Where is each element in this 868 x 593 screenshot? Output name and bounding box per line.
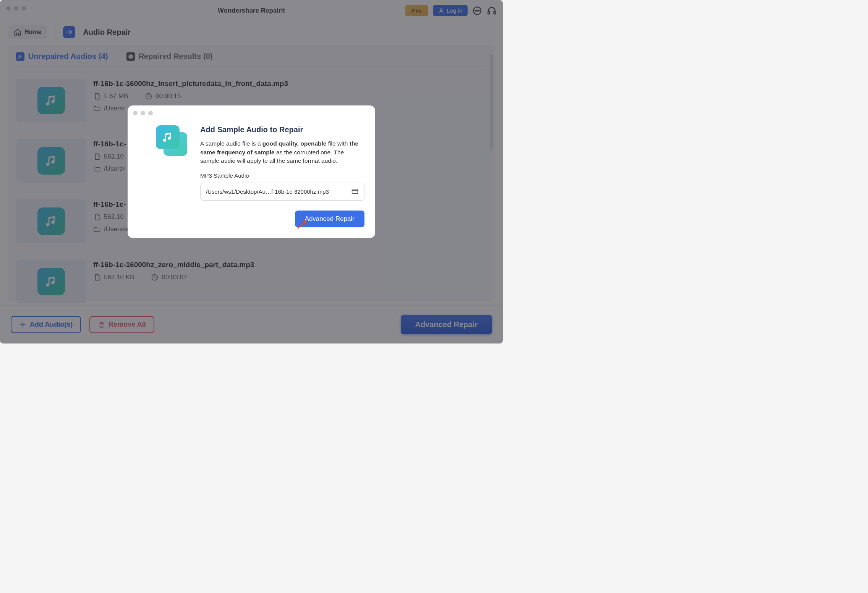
sample-path-text: /Users/ws1/Desktop/Au…f-16b-1c-32000hz.m…: [206, 188, 329, 195]
sample-path-input[interactable]: /Users/ws1/Desktop/Au…f-16b-1c-32000hz.m…: [200, 183, 364, 201]
modal-button-label: Advanced Repair: [305, 215, 355, 222]
main-window: Wondershare Repairit Pro Log in Home Aud…: [0, 0, 503, 343]
modal-overlay: Add Sample Audio to Repair A sample audi…: [0, 0, 503, 343]
sample-audio-label: MP3 Sample Audio: [200, 172, 364, 179]
modal-window-controls: [133, 111, 153, 115]
annotation-arrow: [297, 220, 309, 230]
modal-close-button[interactable]: [133, 111, 138, 115]
modal-illustration: [153, 125, 191, 164]
modal-minimize-button[interactable]: [141, 111, 145, 115]
browse-folder-button[interactable]: [351, 187, 359, 196]
modal-maximize-button[interactable]: [148, 111, 153, 115]
music-note-icon: [162, 131, 174, 143]
svg-rect-14: [352, 189, 358, 194]
modal-description: A sample audio file is a good quality, o…: [200, 139, 364, 165]
modal-title: Add Sample Audio to Repair: [200, 125, 364, 134]
sample-audio-modal: Add Sample Audio to Repair A sample audi…: [128, 105, 375, 238]
